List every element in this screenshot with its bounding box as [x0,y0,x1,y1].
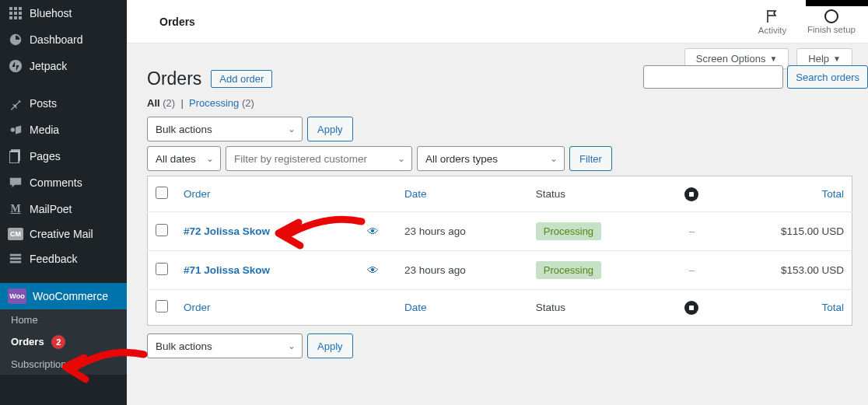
submenu-item-home[interactable]: Home [0,309,127,330]
sidebar-item-woocommerce[interactable]: Woo WooCommerce [0,283,127,309]
topbar: Orders Activity Finish setup [127,0,868,44]
sidebar-item-label: Feedback [30,253,77,265]
order-total: $115.00 USD [717,212,852,251]
add-order-button[interactable]: Add order [211,70,272,88]
sidebar-item-bluehost[interactable]: Bluehost [0,0,127,26]
preview-eye-icon[interactable]: 👁 [367,225,379,238]
sidebar-item-label: Comments [30,176,82,189]
svg-rect-2 [19,7,22,10]
jetpack-icon [8,58,23,74]
origin-icon [684,301,698,315]
svg-rect-15 [10,261,21,264]
orders-count-badge: 2 [51,335,65,349]
sidebar-item-label: Media [30,124,59,136]
sidebar-separator [0,272,127,283]
submenu-item-orders[interactable]: Orders 2 [0,330,127,354]
row-checkbox[interactable] [156,224,168,236]
svg-rect-8 [19,16,22,19]
progress-circle-icon [824,9,838,23]
sidebar-item-comments[interactable]: Comments [0,169,127,196]
order-link[interactable]: #72 Jolissa Skow [184,225,270,237]
feedback-icon [8,251,23,267]
order-date: 23 hours ago [397,212,528,251]
view-processing[interactable]: Processing (2) [189,97,254,109]
finish-setup-button[interactable]: Finish setup [807,9,856,34]
select-all-checkbox-bottom[interactable] [156,300,168,312]
flag-icon [765,9,780,24]
pages-icon [8,148,23,164]
svg-rect-6 [9,16,12,19]
select-all-checkbox[interactable] [156,187,168,199]
status-views: All (2) | Processing (2) [147,97,852,109]
order-total: $153.00 USD [717,251,852,290]
sidebar-separator [0,79,127,90]
pin-icon [8,96,23,111]
col-status: Status [528,176,667,212]
svg-rect-0 [9,7,12,10]
col-status: Status [528,290,667,326]
col-total[interactable]: Total [717,176,852,212]
sidebar-item-label: Pages [30,150,61,162]
status-badge: Processing [536,261,601,279]
apply-bulk-button[interactable]: Apply [307,117,353,141]
decorative-overlay [806,0,868,6]
status-badge: Processing [536,222,601,240]
bluehost-grid-icon [8,5,23,21]
col-total[interactable]: Total [717,290,852,326]
dates-filter-select[interactable]: All dates [147,146,221,171]
order-link[interactable]: #71 Jolissa Skow [184,264,270,276]
sidebar-item-media[interactable]: Media [0,117,127,143]
submenu-item-subscriptions[interactable]: Subscriptions [0,354,127,375]
table-row[interactable]: #71 Jolissa Skow 👁 23 hours ago Processi… [148,251,852,290]
sidebar-item-creative-mail[interactable]: CM Creative Mail [0,222,127,246]
apply-bulk-button-bottom[interactable]: Apply [307,333,353,358]
svg-rect-13 [10,254,21,257]
creative-mail-icon: CM [8,228,23,240]
svg-rect-14 [10,257,21,260]
sidebar-item-pages[interactable]: Pages [0,143,127,169]
order-types-select[interactable]: All orders types [417,146,565,171]
svg-point-9 [9,60,22,72]
submenu-item-label: Orders [11,336,44,347]
search-input[interactable] [643,65,783,89]
col-date[interactable]: Date [397,290,528,326]
svg-rect-7 [14,16,17,19]
media-icon [8,122,23,138]
customer-filter-input[interactable] [226,146,412,171]
sidebar-item-label: Creative Mail [30,228,93,240]
bulk-actions-select[interactable]: Bulk actions [147,117,303,141]
sidebar-item-dashboard[interactable]: Dashboard [0,26,127,53]
sidebar-item-label: Jetpack [30,60,67,72]
col-order[interactable]: Order [176,176,350,212]
svg-rect-4 [14,12,17,15]
col-order[interactable]: Order [176,290,350,326]
activity-button[interactable]: Activity [753,9,792,35]
sidebar-item-feedback[interactable]: Feedback [0,246,127,272]
sidebar-item-posts[interactable]: Posts [0,90,127,117]
sidebar-item-label: Posts [30,97,57,110]
activity-label: Activity [758,26,786,35]
breadcrumb: Orders [159,16,195,28]
sidebar-item-jetpack[interactable]: Jetpack [0,53,127,79]
finish-label: Finish setup [807,25,856,34]
content-area: Orders Activity Finish setup Screen Opti… [127,0,868,405]
orders-table: Order Date Status Total #72 Jolissa Skow… [147,176,852,326]
sidebar-item-label: Bluehost [30,7,72,19]
table-row[interactable]: #72 Jolissa Skow 👁 23 hours ago Processi… [148,212,852,251]
sidebar-item-mailpoet[interactable]: M MailPoet [0,196,127,222]
preview-eye-icon[interactable]: 👁 [367,264,379,277]
svg-point-10 [11,127,15,131]
svg-rect-3 [9,12,12,15]
svg-rect-5 [19,12,22,15]
order-origin: – [667,251,717,290]
page-title: Orders [147,68,201,89]
woocommerce-submenu: Home Orders 2 Subscriptions [0,309,127,375]
filter-button[interactable]: Filter [569,146,612,171]
origin-icon [684,187,698,201]
view-all[interactable]: All (2) [147,97,175,109]
bulk-actions-select-bottom[interactable]: Bulk actions [147,333,303,358]
sidebar-item-label: WooCommerce [33,290,108,302]
col-date[interactable]: Date [397,176,528,212]
row-checkbox[interactable] [156,263,168,275]
search-orders-button[interactable]: Search orders [787,65,868,89]
